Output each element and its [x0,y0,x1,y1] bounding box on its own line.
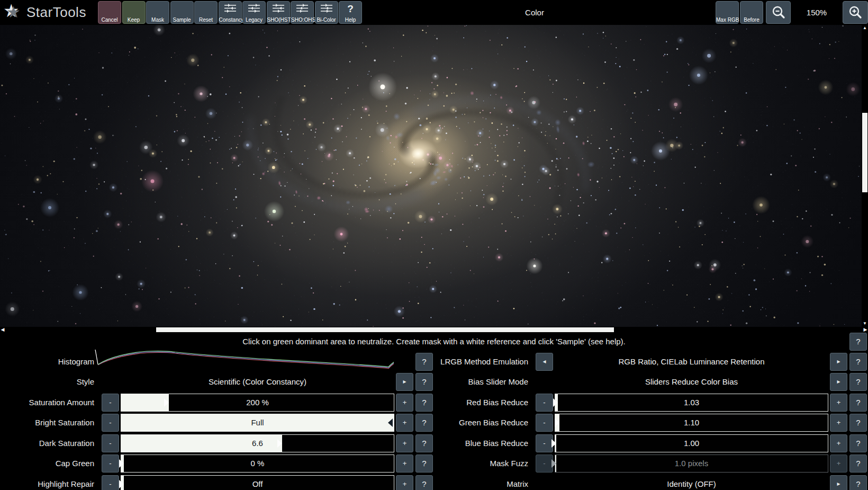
increase-button[interactable]: + [830,414,847,432]
help-button[interactable]: ? [415,414,433,432]
slider-value: 1.0 pixels [555,455,828,472]
help-button[interactable]: ? [415,353,433,371]
slider-value: 200 % [121,394,394,411]
row-bias-slider-mode: Bias Slider Mode Sliders Reduce Color Bi… [434,373,868,391]
slider-track[interactable]: 1.03 [555,394,828,412]
help-button[interactable]: ? [415,475,433,490]
vertical-scroll-thumb[interactable] [862,113,867,192]
histogram-plot [94,348,395,373]
decrease-button[interactable]: - [536,414,553,432]
mask-button[interactable]: Mask [146,1,169,24]
increase-button[interactable]: + [396,455,413,473]
help-button[interactable]: ? [849,373,867,391]
zoom-in-button[interactable] [843,1,868,24]
slider-track[interactable]: 1.10 [555,414,828,432]
sliders-icon [219,4,241,13]
help-button[interactable]: ? [415,373,433,391]
help-button[interactable]: ? [415,394,433,412]
decrease-button[interactable]: - [102,475,119,490]
scroll-down-icon[interactable]: ▼ [862,321,868,326]
slider-track[interactable]: 1.00 [555,434,828,452]
next-icon: ▸ [837,378,840,385]
lrgb-method-value[interactable]: RGB Ratio, CIELab Luminance Retention [555,353,828,371]
question-icon: ? [856,459,860,468]
row-label: Saturation Amount [0,394,94,412]
increase-button[interactable]: + [396,434,413,452]
max-rgb-button[interactable]: Max RGB [716,1,739,24]
help-button[interactable]: ? [849,434,867,452]
slider-track[interactable]: Full [121,414,394,432]
legacy-preset-button[interactable]: Legacy [242,1,266,24]
button-label: Max RGB [716,17,738,23]
minus-icon: - [543,459,545,467]
keep-button[interactable]: Keep [122,1,146,24]
question-icon: ? [422,479,426,488]
next-option-button[interactable]: ▸ [396,373,413,391]
sho-ohs-preset-button[interactable]: SHO:OHS [291,1,314,24]
row-green-bias-reduce: Green Bias Reduce - 1.10 + ? [434,414,868,432]
row-blue-bias-reduce: Blue Bias Reduce - 1.00 + ? [434,434,868,452]
row-lrgb-method-emulation: LRGB Method Emulation ◂ RGB Ratio, CIELa… [434,353,868,371]
increase-button[interactable]: + [396,414,413,432]
scroll-left-icon[interactable]: ◀ [0,327,5,333]
minus-icon: - [109,439,111,447]
plus-icon: + [403,480,407,488]
decrease-button[interactable]: - [102,394,119,412]
bi-color-preset-button[interactable]: Bi-Color [315,1,338,24]
next-option-button[interactable]: ▸ [830,353,847,371]
horizontal-scrollbar[interactable]: ◀ ▶ [0,327,868,333]
sample-button[interactable]: Sample [170,1,194,24]
slider-track[interactable]: 0 % [121,455,394,473]
toolbar: ★★ StarTools Cancel Keep Mask Sample Res… [0,0,868,25]
help-button[interactable]: ? [849,394,867,412]
increase-button[interactable]: + [830,394,847,412]
help-button[interactable]: ? [849,414,867,432]
before-button[interactable]: Before [740,1,763,24]
help-button[interactable]: ? Help [339,1,362,24]
help-button[interactable]: ? [849,475,867,490]
style-value[interactable]: Scientific (Color Constancy) [121,373,394,391]
question-icon: ? [856,377,860,386]
sliders-icon [243,4,265,13]
slider-track[interactable]: 200 % [121,394,394,412]
sho-hst-preset-button[interactable]: SHO(HST) [267,1,290,24]
row-label: Bright Saturation [0,414,94,432]
bias-slider-mode-value[interactable]: Sliders Reduce Color Bias [555,373,828,391]
decrease-button[interactable]: - [536,434,553,452]
next-option-button[interactable]: ▸ [830,475,847,490]
increase-button[interactable]: + [396,394,413,412]
previous-icon: ◂ [542,358,546,365]
help-button[interactable]: ? [415,434,433,452]
help-button[interactable]: ? [415,455,433,473]
magnifier-plus-icon [843,2,867,23]
minus-icon: - [109,480,111,488]
plus-icon: + [403,459,407,467]
row-red-bias-reduce: Red Bias Reduce - 1.03 + ? [434,394,868,412]
row-label: Style [0,373,94,391]
cancel-button[interactable]: Cancel [98,1,121,24]
decrease-button[interactable]: - [102,455,119,473]
next-option-button[interactable]: ▸ [830,373,847,391]
zoom-out-button[interactable] [766,1,791,24]
matrix-value[interactable]: Identity (OFF) [555,475,828,490]
slider-track[interactable]: 6.6 [121,434,394,452]
help-button[interactable]: ? [849,455,867,473]
help-button[interactable]: ? [849,353,867,371]
plus-icon: + [403,418,407,426]
decrease-button[interactable]: - [536,394,553,412]
row-bright-saturation: Bright Saturation - Full + ? [0,414,434,432]
constancy-preset-button[interactable]: Constancy [219,1,242,24]
previous-option-button[interactable]: ◂ [536,353,553,371]
scroll-right-icon[interactable]: ▶ [863,327,868,333]
reset-button[interactable]: Reset [194,1,218,24]
increase-button[interactable]: + [830,434,847,452]
decrease-button[interactable]: - [102,434,119,452]
horizontal-scroll-thumb[interactable] [156,327,614,332]
slider-track[interactable]: Off [121,475,394,490]
decrease-button[interactable]: - [102,414,119,432]
vertical-scrollbar[interactable]: ▲ ▼ [862,25,868,327]
panel-help-button[interactable]: ? [849,333,867,351]
scroll-up-icon[interactable]: ▲ [862,25,868,31]
increase-button[interactable]: + [396,475,413,490]
galaxy-image-canvas[interactable] [0,25,868,327]
